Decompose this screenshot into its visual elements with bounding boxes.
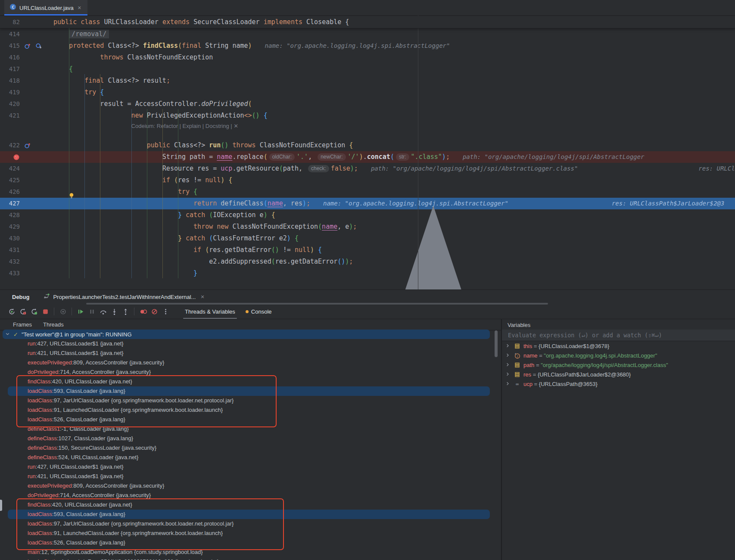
code-line-431[interactable]: 431if (res.getDataError() != null) { bbox=[0, 244, 735, 256]
codeium-hint-line[interactable]: Codeium: Refactor | Explain | Docstring … bbox=[0, 121, 735, 130]
stack-frame-row[interactable]: run:421, URLClassLoader$1 {java.net} bbox=[0, 472, 501, 481]
override-up-icon[interactable] bbox=[24, 43, 31, 50]
variable-row-ucp[interactable]: ∞ucp = {URLClassPath@3653} bbox=[502, 379, 735, 389]
gutter[interactable]: 417 bbox=[0, 63, 52, 75]
stack-frame-row[interactable]: findClass:420, URLClassLoader {java.net} bbox=[0, 500, 501, 510]
gutter[interactable]: 427 bbox=[0, 198, 52, 209]
gutter[interactable]: 433 bbox=[0, 268, 52, 279]
code-line-426[interactable]: 426try { bbox=[0, 186, 735, 198]
code-line-423[interactable]: String path = name.replace(oldChar:'.', … bbox=[0, 151, 735, 163]
code-line-422[interactable]: 422public Class<?> run() throws ClassNot… bbox=[0, 140, 735, 151]
code-line-428[interactable]: 428} catch (IOException e) { bbox=[0, 209, 735, 221]
stack-frame-row[interactable]: loadClass:593, ClassLoader {java.lang} bbox=[8, 510, 490, 519]
snapshot-button[interactable] bbox=[57, 306, 69, 317]
step-out-button[interactable] bbox=[120, 306, 131, 317]
code-line-420[interactable]: 420result = AccessController.doPrivilege… bbox=[0, 98, 735, 110]
gutter[interactable]: 428 bbox=[0, 209, 52, 221]
gutter[interactable]: 416 bbox=[0, 52, 52, 63]
debug-session-tab[interactable]: PropertiesLauncherTests2.testJarWithInne… bbox=[43, 293, 204, 302]
code-line-415[interactable]: 415protected Class<?> findClass(final St… bbox=[0, 40, 735, 52]
gutter[interactable]: 82 bbox=[0, 16, 52, 28]
stack-frame-row[interactable]: doPrivileged:714, AccessController {java… bbox=[0, 367, 501, 377]
code-line-425[interactable]: 425if (res != null) { bbox=[0, 174, 735, 186]
thread-row[interactable]: ✓ "Test worker"@1 in group "main": RUNNI… bbox=[0, 330, 501, 339]
stack-frame-row[interactable]: executePrivileged:809, AccessController … bbox=[0, 481, 501, 491]
gutter[interactable] bbox=[0, 130, 52, 140]
code-area[interactable]: 414/removal/415protected Class<?> findCl… bbox=[0, 28, 735, 279]
gutter[interactable]: 426 bbox=[0, 186, 52, 198]
gutter[interactable] bbox=[0, 151, 52, 163]
view-breakpoints-button[interactable] bbox=[137, 306, 149, 317]
more-button[interactable] bbox=[160, 306, 171, 317]
gutter[interactable]: 425 bbox=[0, 174, 52, 186]
chevron-right-icon[interactable] bbox=[505, 343, 510, 349]
stack-frame-row[interactable]: run:427, URLClassLoader$1 {java.net} bbox=[0, 339, 501, 348]
code-line-82[interactable]: 82public class URLClassLoader extends Se… bbox=[0, 16, 735, 28]
chevron-right-icon[interactable] bbox=[505, 381, 510, 387]
code-line-427[interactable]: 427return defineClass(name, res);name: "… bbox=[0, 198, 735, 209]
code-line-416[interactable]: 416throws ClassNotFoundException bbox=[0, 52, 735, 63]
stack-frame-row[interactable]: defineClass:1027, ClassLoader {java.lang… bbox=[0, 434, 501, 443]
stack-frame-row[interactable]: findClass:420, URLClassLoader {java.net} bbox=[0, 377, 501, 386]
stack-frame-row[interactable]: loadClass:526, ClassLoader {java.lang} bbox=[0, 415, 501, 424]
chevron-right-icon[interactable] bbox=[505, 352, 510, 359]
stack-frame-row[interactable]: loadClass:97, JarUrlClassLoader {org.spr… bbox=[0, 519, 501, 529]
gutter[interactable]: 420 bbox=[0, 98, 52, 110]
restart-button[interactable] bbox=[28, 306, 40, 317]
stop-button[interactable] bbox=[40, 306, 51, 317]
code-line-417[interactable]: 417{ bbox=[0, 63, 735, 75]
stack-frame-row[interactable]: defineClass:150, SecureClassLoader {java… bbox=[0, 443, 501, 453]
gutter[interactable]: 418 bbox=[0, 75, 52, 87]
code-line-429[interactable]: 429throw new ClassNotFoundException(name… bbox=[0, 221, 735, 233]
variable-row-path[interactable]: path = "org/apache/logging/log4j/spi/Abs… bbox=[502, 360, 735, 370]
frames-scrollbar[interactable] bbox=[495, 330, 498, 357]
gutter[interactable]: 429 bbox=[0, 221, 52, 233]
gutter[interactable]: 421 bbox=[0, 110, 52, 121]
gutter[interactable]: 432 bbox=[0, 256, 52, 268]
rerun-button[interactable] bbox=[6, 306, 17, 317]
stack-frame-row[interactable]: loadClass:91, LaunchedClassLoader {org.s… bbox=[0, 529, 501, 538]
override-up-icon[interactable] bbox=[24, 142, 31, 149]
step-into-button[interactable] bbox=[109, 306, 120, 317]
gutter[interactable]: 415 bbox=[0, 40, 52, 52]
subtab-threads[interactable]: Threads bbox=[42, 319, 65, 330]
stack-frame-row[interactable]: defineClass1:-1, ClassLoader {java.lang} bbox=[0, 424, 501, 434]
ai-action-line[interactable] bbox=[0, 130, 735, 140]
code-line-421[interactable]: 421new PrivilegedExceptionAction<>() { bbox=[0, 110, 735, 121]
chevron-right-icon[interactable] bbox=[505, 371, 510, 378]
variable-row-res[interactable]: res = {URLClassPath$JarLoader$2@3680} bbox=[502, 370, 735, 379]
stack-frame-row[interactable]: run:421, URLClassLoader$1 {java.net} bbox=[0, 348, 501, 358]
code-line-418[interactable]: 418final Class<?> result; bbox=[0, 75, 735, 87]
gutter[interactable]: 419 bbox=[0, 87, 52, 98]
gutter[interactable]: 430 bbox=[0, 233, 52, 244]
gutter[interactable]: 422 bbox=[0, 140, 52, 151]
stack-frame-row[interactable]: loadClass:97, JarUrlClassLoader {org.spr… bbox=[0, 396, 501, 405]
gutter[interactable]: 424 bbox=[0, 163, 52, 174]
editor-tab-urlclassloader[interactable]: C URLClassLoader.java ✕ bbox=[4, 0, 87, 16]
tab-threads-variables[interactable]: Threads & Variables bbox=[180, 304, 240, 319]
code-line-414[interactable]: 414/removal/ bbox=[0, 28, 735, 40]
stack-frame-row[interactable]: executePrivileged:809, AccessController … bbox=[0, 358, 501, 367]
pause-button[interactable] bbox=[86, 306, 97, 317]
subtab-frames[interactable]: Frames bbox=[12, 319, 33, 330]
stack-frame-row[interactable]: loadClass:593, ClassLoader {java.lang} bbox=[8, 386, 490, 396]
rerun-failed-button[interactable] bbox=[17, 306, 28, 317]
stack-frame-row[interactable]: invokeStatic:-1, LambdaForm$DMU/0x000000… bbox=[0, 557, 501, 560]
intention-bulb-icon[interactable] bbox=[68, 191, 75, 198]
close-session-icon[interactable]: ✕ bbox=[200, 294, 204, 300]
resume-button[interactable] bbox=[75, 306, 86, 317]
gutter[interactable]: 431 bbox=[0, 244, 52, 256]
code-line-419[interactable]: 419try { bbox=[0, 87, 735, 98]
stack-frame-row[interactable]: loadClass:91, LaunchedClassLoader {org.s… bbox=[0, 405, 501, 415]
close-tab-icon[interactable]: ✕ bbox=[78, 5, 81, 11]
stack-frame-row[interactable]: main:12, SpringbootLoadDemoApplication {… bbox=[0, 548, 501, 557]
chevron-down-icon[interactable] bbox=[5, 330, 10, 338]
breakpoint-icon[interactable] bbox=[13, 154, 20, 161]
codeium-actions[interactable]: Codeium: Refactor | Explain | Docstring … bbox=[131, 123, 239, 129]
evaluate-expression-input[interactable]: Evaluate expression (↵) or add a watch (… bbox=[502, 330, 735, 341]
mute-breakpoints-button[interactable] bbox=[149, 306, 160, 317]
gutter[interactable] bbox=[0, 121, 52, 130]
gutter[interactable]: 414 bbox=[0, 28, 52, 40]
stack-frame-row[interactable]: doPrivileged:714, AccessController {java… bbox=[0, 491, 501, 500]
code-line-424[interactable]: 424Resource res = ucp.getResource(path, … bbox=[0, 163, 735, 174]
